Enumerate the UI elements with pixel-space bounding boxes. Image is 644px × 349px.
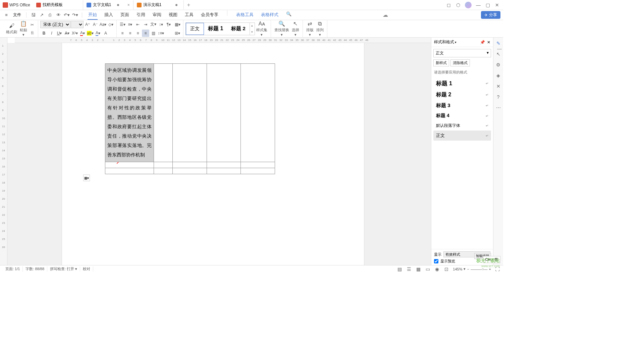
decrease-font-icon[interactable]: A⁻: [92, 21, 99, 28]
style-entry[interactable]: 标题 4↵: [433, 111, 491, 121]
style-down-icon[interactable]: ▾: [250, 29, 255, 35]
menu-tab-page[interactable]: 页面: [120, 10, 130, 20]
font-size-select[interactable]: [71, 21, 84, 28]
menu-tab-reference[interactable]: 引用: [136, 10, 146, 20]
file-menu[interactable]: 文件: [11, 12, 23, 18]
save-icon[interactable]: 🖫: [30, 11, 37, 19]
align-center-icon[interactable]: ≡: [126, 30, 134, 37]
text-direction-icon[interactable]: 文▾: [150, 21, 157, 28]
number-list-icon[interactable]: ≡▾: [126, 21, 134, 28]
align-justify-icon[interactable]: ≡: [142, 30, 149, 37]
help-icon[interactable]: ?: [495, 94, 501, 100]
font-color-icon[interactable]: A▾: [79, 30, 86, 37]
strikethrough-icon[interactable]: A̶▾: [63, 30, 71, 37]
view-web-icon[interactable]: ▦: [415, 266, 421, 272]
new-style-button[interactable]: 新样式: [433, 59, 449, 66]
border-icon[interactable]: ⊞▾: [174, 30, 181, 37]
find-replace-button[interactable]: 🔍查找替换▾: [273, 21, 290, 36]
layout-button[interactable]: ⇄排版▾: [305, 21, 315, 36]
spellcheck-status[interactable]: 拼写检查: 打开 ▾: [47, 266, 80, 271]
style-entry[interactable]: 标题 3↵: [433, 100, 491, 111]
menu-icon[interactable]: ≡: [3, 11, 10, 19]
maximize-button[interactable]: ▢: [485, 2, 490, 8]
table-cell[interactable]: [207, 64, 241, 162]
pin-icon[interactable]: 📌: [480, 40, 485, 45]
table-row[interactable]: [105, 162, 275, 168]
cloud-icon[interactable]: ☁: [383, 12, 388, 18]
zoom-fit-icon[interactable]: ⊡: [443, 266, 449, 272]
menu-tab-view[interactable]: 视图: [168, 10, 178, 20]
tools-icon[interactable]: ✕: [495, 83, 501, 89]
zoom-out-icon[interactable]: −: [467, 267, 469, 271]
highlight-icon[interactable]: ab▾: [87, 30, 94, 37]
view-print-icon[interactable]: ▤: [396, 266, 402, 272]
tab-templates[interactable]: 找稻壳模板: [33, 0, 83, 10]
cursor-icon[interactable]: ↖: [495, 51, 501, 57]
table-cell[interactable]: [105, 168, 154, 174]
close-panel-icon[interactable]: ✕: [487, 40, 490, 45]
superscript-icon[interactable]: X²▾: [71, 30, 78, 37]
italic-icon[interactable]: I: [48, 30, 55, 37]
increase-indent-icon[interactable]: ⇥: [142, 21, 149, 28]
change-case-icon[interactable]: Aa▾: [99, 21, 107, 28]
align-right-icon[interactable]: ≡: [134, 30, 142, 37]
menu-tab-start[interactable]: 开始: [88, 10, 98, 20]
search-icon[interactable]: 🔍: [285, 10, 292, 18]
export-icon[interactable]: ↗: [38, 11, 45, 19]
share-button[interactable]: ✈ 分享: [481, 11, 500, 19]
style-entry[interactable]: 默认段落字体↵: [433, 121, 491, 131]
increase-font-icon[interactable]: A⁺: [84, 21, 91, 28]
close-button[interactable]: ✕: [494, 2, 500, 8]
print-preview-icon[interactable]: 👁: [55, 11, 62, 19]
page-indicator[interactable]: 页面: 1/1: [3, 266, 23, 271]
view-outline-icon[interactable]: ☰: [406, 266, 412, 272]
cube-icon[interactable]: ⬡: [455, 2, 461, 8]
tab-document[interactable]: 文字文稿1 ×: [83, 0, 133, 10]
format-brush-button[interactable]: 🖌格式刷: [5, 21, 18, 36]
new-tab-button[interactable]: +: [184, 2, 194, 8]
document-table[interactable]: 中央区域协调发展领导小组要加强统筹协调和督促检查，中央有关部门要研究提出有针对性…: [105, 63, 275, 174]
menu-tab-review[interactable]: 审阅: [152, 10, 162, 20]
redo-icon[interactable]: ↷▾: [71, 11, 79, 19]
table-cell[interactable]: [154, 64, 173, 162]
view-read-icon[interactable]: ▭: [425, 266, 431, 272]
collapse-panel-icon[interactable]: —: [497, 46, 502, 51]
menu-tab-table-tools[interactable]: 表格工具: [235, 10, 254, 20]
view-focus-icon[interactable]: ◉: [434, 266, 440, 272]
word-count[interactable]: 字数: 88/88: [23, 266, 47, 271]
table-cell[interactable]: [105, 162, 154, 168]
more-icon[interactable]: ⋯: [495, 105, 501, 111]
line-spacing-icon[interactable]: ↕≡▾: [157, 30, 165, 37]
undo-icon[interactable]: ↶▾: [63, 11, 70, 19]
settings-icon[interactable]: ⚙: [495, 62, 501, 68]
style-heading1[interactable]: 标题 1: [204, 23, 227, 35]
decrease-indent-icon[interactable]: ⇤: [134, 21, 142, 28]
window-restore-icon[interactable]: ◻: [446, 2, 451, 8]
clear-format-icon[interactable]: ◇▾: [107, 21, 114, 28]
clear-format-button[interactable]: 清除格式: [450, 59, 470, 66]
style-up-icon[interactable]: ▴: [250, 22, 255, 29]
table-cell[interactable]: [173, 64, 207, 162]
menu-tab-table-style[interactable]: 表格样式: [260, 10, 279, 20]
table-row[interactable]: [105, 168, 275, 174]
copy-icon[interactable]: ⎘: [29, 29, 36, 37]
minimize-button[interactable]: —: [476, 2, 481, 8]
arrange-button[interactable]: ⧉排列▾: [315, 21, 325, 36]
font-name-select[interactable]: 宋体 (正文): [40, 21, 70, 28]
document-canvas[interactable]: 中央区域协调发展领导小组要加强统筹协调和督促检查，中央有关部门要研究提出有针对性…: [7, 43, 431, 267]
style-set-button[interactable]: Aᴀ样式集▾: [255, 21, 269, 36]
table-row[interactable]: 中央区域协调发展领导小组要加强统筹协调和督促检查，中央有关部门要研究提出有针对性…: [105, 64, 275, 162]
style-heading2[interactable]: 标题 2: [227, 23, 250, 35]
select-button[interactable]: ↖选择▾: [290, 21, 301, 36]
shading-icon[interactable]: ▦▾: [174, 21, 181, 28]
bullet-list-icon[interactable]: ☰▾: [119, 21, 126, 28]
text-fill-icon[interactable]: A▾: [94, 30, 102, 37]
layers-icon[interactable]: ◈: [495, 72, 501, 79]
style-gallery[interactable]: 正文 标题 1 标题 2 ▴ ▾: [185, 22, 255, 35]
paste-button[interactable]: 📋粘贴▾: [18, 21, 29, 36]
menu-tab-insert[interactable]: 插入: [104, 10, 114, 20]
style-entry[interactable]: 正文↵: [433, 131, 491, 141]
proof-status[interactable]: 校对: [80, 266, 93, 271]
menu-tab-tools[interactable]: 工具: [184, 10, 194, 20]
align-left-icon[interactable]: ≡: [119, 30, 126, 37]
